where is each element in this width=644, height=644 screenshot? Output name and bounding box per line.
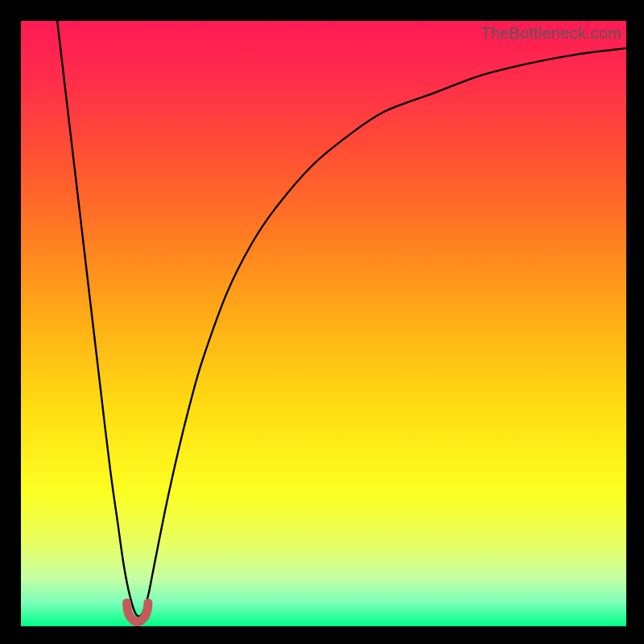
curve-layer (21, 21, 626, 626)
attribution-text: TheBottleneck.com (481, 24, 621, 43)
optimal-marker (127, 603, 148, 622)
bottleneck-curve (57, 21, 626, 617)
plot-area: TheBottleneck.com (21, 21, 626, 626)
chart-frame: TheBottleneck.com (0, 0, 644, 644)
